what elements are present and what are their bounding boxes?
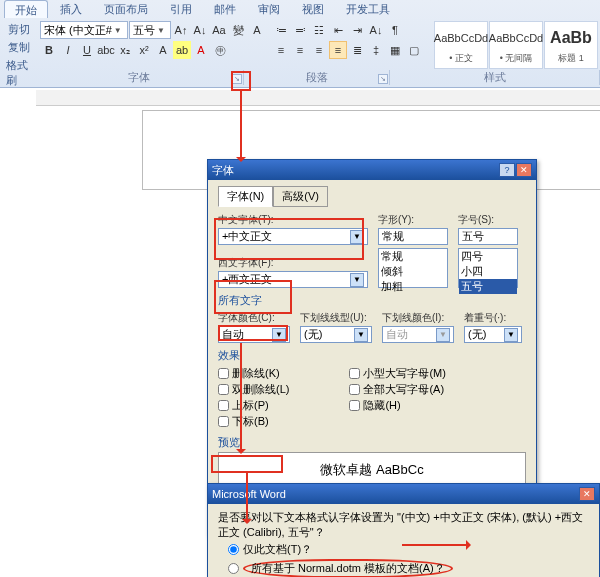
text-effects-button[interactable]: A bbox=[154, 41, 172, 59]
justify-button[interactable]: ≡ bbox=[329, 41, 347, 59]
tab-insert[interactable]: 插入 bbox=[50, 0, 92, 18]
indent-inc-button[interactable]: ⇥ bbox=[348, 21, 366, 39]
borders-button[interactable]: ▢ bbox=[405, 41, 423, 59]
paragraph-group: ≔ ≕ ☷ ⇤ ⇥ A↓ ¶ ≡ ≡ ≡ ≡ ≣ ‡ ▦ ▢ bbox=[272, 21, 423, 70]
font-dialog-titlebar[interactable]: 字体 ? ✕ bbox=[208, 160, 536, 180]
size-label: 字号(S): bbox=[458, 213, 518, 227]
copy-button[interactable]: 复制 bbox=[6, 39, 32, 56]
font-dialog: 字体 ? ✕ 字体(N) 高级(V) 中文字体(T): +中文正文▼ 字形(Y)… bbox=[207, 159, 537, 536]
confirm-titlebar[interactable]: Microsoft Word ✕ bbox=[208, 484, 599, 504]
style-heading1[interactable]: AaBb标题 1 bbox=[544, 21, 598, 69]
tab-review[interactable]: 审阅 bbox=[248, 0, 290, 18]
close-icon[interactable]: ✕ bbox=[516, 163, 532, 177]
smallcaps-check[interactable]: 小型大写字母(M) bbox=[349, 366, 446, 381]
emphasis-select[interactable]: (无)▼ bbox=[464, 326, 522, 343]
font-group-label: 字体↘ bbox=[34, 70, 244, 85]
ruler[interactable] bbox=[36, 90, 600, 106]
font-launcher[interactable]: ↘ bbox=[232, 74, 242, 84]
line-spacing-button[interactable]: ‡ bbox=[367, 41, 385, 59]
ul-color-select: 自动▼ bbox=[382, 326, 454, 343]
para-group-label: 段落↘ bbox=[244, 70, 390, 85]
clipboard-group: 剪切 复制 格式刷 bbox=[4, 21, 34, 70]
confirm-close-icon[interactable]: ✕ bbox=[579, 487, 595, 501]
align-center-button[interactable]: ≡ bbox=[291, 41, 309, 59]
this-doc-radio[interactable]: 仅此文档(T)？ bbox=[228, 542, 589, 557]
bold-button[interactable]: B bbox=[40, 41, 58, 59]
advanced-tab[interactable]: 高级(V) bbox=[273, 186, 328, 207]
change-case-button[interactable]: Aa bbox=[210, 21, 228, 39]
confirm-dialog: Microsoft Word ✕ 是否要对以下文本格式认字体设置为 "(中文) … bbox=[207, 483, 600, 577]
highlight-button[interactable]: ab bbox=[173, 41, 191, 59]
subscript-button[interactable]: x₂ bbox=[116, 41, 134, 59]
align-left-button[interactable]: ≡ bbox=[272, 41, 290, 59]
confirm-question: 是否要对以下文本格式认字体设置为 "(中文) +中文正文 (宋体), (默认) … bbox=[218, 510, 589, 540]
font-size-combo[interactable]: 五号▼ bbox=[129, 21, 171, 39]
strike-button[interactable]: abc bbox=[97, 41, 115, 59]
underline-select[interactable]: (无)▼ bbox=[300, 326, 372, 343]
superscript-check[interactable]: 上标(P) bbox=[218, 398, 289, 413]
size-input[interactable]: 五号 bbox=[458, 228, 518, 245]
phonetic-button[interactable]: 變 bbox=[229, 21, 247, 39]
hidden-check[interactable]: 隐藏(H) bbox=[349, 398, 446, 413]
style-listbox[interactable]: 常规 倾斜 加粗 bbox=[378, 248, 448, 288]
shrink-font-button[interactable]: A↓ bbox=[191, 21, 209, 39]
effects-label: 效果 bbox=[218, 348, 526, 363]
tab-view[interactable]: 视图 bbox=[292, 0, 334, 18]
cut-button[interactable]: 剪切 bbox=[6, 21, 32, 38]
wn-font-select[interactable]: +西文正文▼ bbox=[218, 271, 368, 288]
ribbon-tabs: 开始 插入 页面布局 引用 邮件 审阅 视图 开发工具 bbox=[0, 0, 600, 18]
sort-button[interactable]: A↓ bbox=[367, 21, 385, 39]
font-color-select[interactable]: 自动▼ bbox=[218, 326, 290, 343]
style-nospace[interactable]: AaBbCcDd• 无间隔 bbox=[489, 21, 543, 69]
distribute-button[interactable]: ≣ bbox=[348, 41, 366, 59]
preview-label: 预览 bbox=[218, 435, 526, 450]
styles-gallery: AaBbCcDd• 正文 AaBbCcDd• 无间隔 AaBb标题 1 bbox=[434, 21, 600, 70]
tab-mail[interactable]: 邮件 bbox=[204, 0, 246, 18]
font-tab[interactable]: 字体(N) bbox=[218, 186, 273, 207]
multilevel-button[interactable]: ☷ bbox=[310, 21, 328, 39]
tab-dev[interactable]: 开发工具 bbox=[336, 0, 400, 18]
strike-check[interactable]: 删除线(K) bbox=[218, 366, 289, 381]
cn-font-select[interactable]: +中文正文▼ bbox=[218, 228, 368, 245]
shading-button[interactable]: ▦ bbox=[386, 41, 404, 59]
ribbon: 开始 插入 页面布局 引用 邮件 审阅 视图 开发工具 剪切 复制 格式刷 宋体… bbox=[0, 0, 600, 88]
align-right-button[interactable]: ≡ bbox=[310, 41, 328, 59]
format-painter-button[interactable]: 格式刷 bbox=[4, 57, 34, 89]
style-normal[interactable]: AaBbCcDd• 正文 bbox=[434, 21, 488, 69]
tab-references[interactable]: 引用 bbox=[160, 0, 202, 18]
para-launcher[interactable]: ↘ bbox=[378, 74, 388, 84]
font-color-button[interactable]: A bbox=[192, 41, 210, 59]
enclose-button[interactable]: ㊥ bbox=[211, 41, 229, 59]
font-name-combo[interactable]: 宋体 (中文正#▼ bbox=[40, 21, 128, 39]
style-input[interactable]: 常规 bbox=[378, 228, 448, 245]
wn-font-label: 西文字体(F): bbox=[218, 256, 368, 270]
indent-dec-button[interactable]: ⇤ bbox=[329, 21, 347, 39]
font-dialog-title: 字体 bbox=[212, 163, 234, 178]
subscript-check[interactable]: 下标(B) bbox=[218, 414, 289, 429]
confirm-title: Microsoft Word bbox=[212, 488, 286, 500]
border-button[interactable]: A bbox=[248, 21, 266, 39]
dbl-strike-check[interactable]: 双删除线(L) bbox=[218, 382, 289, 397]
tab-home[interactable]: 开始 bbox=[4, 0, 48, 18]
bullets-button[interactable]: ≔ bbox=[272, 21, 290, 39]
numbering-button[interactable]: ≕ bbox=[291, 21, 309, 39]
all-text-label: 所有文字 bbox=[218, 293, 526, 308]
style-group-label: 样式 bbox=[390, 70, 600, 85]
grow-font-button[interactable]: A↑ bbox=[172, 21, 190, 39]
superscript-button[interactable]: x² bbox=[135, 41, 153, 59]
underline-button[interactable]: U bbox=[78, 41, 96, 59]
size-listbox[interactable]: 四号 小四 五号 bbox=[458, 248, 518, 288]
font-group: 宋体 (中文正#▼ 五号▼ A↑ A↓ Aa 變 A B I U abc x₂ … bbox=[40, 21, 266, 70]
show-marks-button[interactable]: ¶ bbox=[386, 21, 404, 39]
help-icon[interactable]: ? bbox=[499, 163, 515, 177]
italic-button[interactable]: I bbox=[59, 41, 77, 59]
style-label: 字形(Y): bbox=[378, 213, 448, 227]
cn-font-label: 中文字体(T): bbox=[218, 213, 368, 227]
all-docs-radio[interactable]: 所有基于 Normal.dotm 模板的文档(A)？ bbox=[228, 559, 589, 577]
allcaps-check[interactable]: 全部大写字母(A) bbox=[349, 382, 446, 397]
tab-layout[interactable]: 页面布局 bbox=[94, 0, 158, 18]
